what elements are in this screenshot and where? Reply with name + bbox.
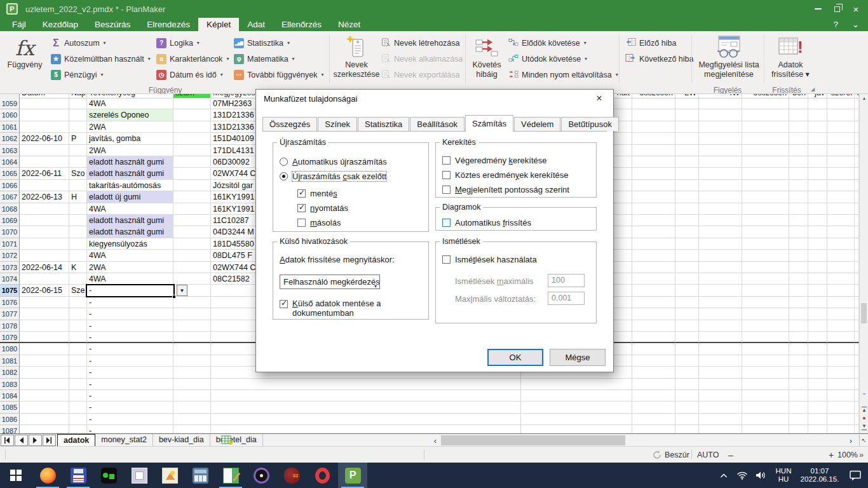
cell[interactable] — [699, 402, 742, 413]
cell[interactable] — [173, 414, 211, 425]
row-header-1075[interactable]: 1075 — [0, 285, 20, 296]
cell[interactable] — [173, 308, 211, 320]
cell[interactable] — [699, 320, 742, 332]
cell[interactable] — [632, 145, 675, 156]
cell[interactable] — [632, 180, 675, 191]
ribbon-item-utodok-kovetese[interactable]: Utódok követése▾ — [508, 52, 587, 65]
row-header-1069[interactable]: 1069 — [0, 215, 20, 226]
cell[interactable] — [827, 320, 855, 332]
row-header-1067[interactable]: 1067 — [0, 191, 20, 203]
cell[interactable] — [69, 250, 87, 261]
dialog-launcher-icon[interactable]: ◢ — [811, 86, 815, 92]
cell[interactable] — [742, 285, 789, 296]
cell[interactable] — [20, 390, 69, 402]
cell[interactable] — [20, 180, 69, 191]
row-header-1059[interactable]: 1059 — [0, 98, 20, 109]
cell[interactable] — [789, 168, 808, 179]
cell[interactable]: 2022-06-10 — [20, 133, 69, 144]
cell[interactable] — [742, 262, 789, 273]
scroll-up-icon[interactable]: ▴ — [860, 95, 868, 102]
cell[interactable] — [20, 402, 69, 413]
cell[interactable] — [69, 238, 87, 250]
cell[interactable] — [742, 98, 789, 109]
fill-handle[interactable] — [172, 295, 176, 299]
cell[interactable] — [808, 168, 827, 179]
cell[interactable] — [20, 425, 69, 433]
close-button[interactable]: × — [846, 0, 865, 18]
cell[interactable] — [742, 133, 789, 144]
cell[interactable] — [827, 250, 855, 261]
cell[interactable] — [789, 133, 808, 144]
cell[interactable] — [632, 238, 675, 250]
check-round-final[interactable]: Végeredmény kerekítése — [442, 156, 547, 165]
cell[interactable] — [69, 343, 87, 355]
cell[interactable] — [20, 320, 69, 332]
cell[interactable] — [808, 250, 827, 261]
cell[interactable]: P — [69, 133, 87, 144]
cell[interactable] — [632, 250, 675, 261]
cell[interactable] — [808, 320, 827, 332]
cell[interactable] — [173, 156, 211, 168]
cell[interactable] — [855, 226, 859, 238]
radio-recalc-only-before[interactable]: Újraszámítás csak ezelőtt — [280, 172, 386, 181]
check-use-iterations[interactable]: Ismétlések használata — [442, 255, 537, 264]
jump-previous-icon[interactable]: ▲ — [862, 407, 867, 414]
cell[interactable]: szerelés Oponeo — [87, 109, 173, 121]
cell[interactable] — [742, 425, 789, 433]
check-before-print[interactable]: nyomtatás — [297, 203, 348, 213]
cell[interactable] — [789, 367, 808, 378]
row-header-1080[interactable]: 1080 — [0, 343, 20, 355]
row-header-1072[interactable]: 1072 — [0, 250, 20, 261]
row-header-1061[interactable]: 1061 — [0, 121, 20, 133]
radio-automatic-recalc[interactable]: Automatikus újraszámítás — [280, 157, 387, 166]
ribbon-item-datum-es-ido[interactable]: ◷Dátum és idő▾ — [156, 68, 223, 81]
row-header-1063[interactable]: 1063 — [0, 145, 20, 156]
cell[interactable]: 2WA — [87, 145, 173, 156]
cell[interactable] — [699, 156, 742, 168]
ribbon-item-elodok-kovetese[interactable]: Elődök követése▾ — [508, 36, 587, 50]
cell[interactable] — [173, 191, 211, 203]
zoom-out-button[interactable]: – — [728, 447, 733, 463]
scroll-down-icon[interactable]: ⌄ — [860, 390, 868, 396]
cell[interactable] — [173, 262, 211, 273]
cell[interactable] — [20, 297, 69, 308]
cell[interactable] — [827, 425, 855, 433]
cell[interactable] — [173, 379, 211, 390]
cell[interactable] — [827, 168, 855, 179]
cell[interactable] — [69, 145, 87, 156]
ribbon-item-kovetkezo-hiba[interactable]: Következő hiba — [625, 52, 693, 65]
cell[interactable] — [699, 168, 742, 179]
cell[interactable] — [855, 250, 859, 261]
cell[interactable] — [742, 379, 789, 390]
cell[interactable] — [699, 414, 742, 425]
cell[interactable] — [632, 109, 675, 121]
cell[interactable] — [675, 133, 699, 144]
cell[interactable] — [699, 121, 742, 133]
cell[interactable] — [632, 320, 675, 332]
cell[interactable] — [69, 180, 87, 191]
check-round-displayed[interactable]: Megjelenített pontosság szerint — [442, 185, 569, 194]
cell[interactable] — [632, 332, 675, 343]
taskbar-save-tool-icon[interactable] — [64, 463, 93, 488]
cell[interactable]: eladott használt gumi — [87, 226, 173, 238]
menu-tab-beszuras[interactable]: Beszúrás — [86, 18, 139, 31]
cell[interactable] — [632, 379, 675, 390]
taskbar-notes-app-icon[interactable] — [216, 463, 245, 488]
cell[interactable] — [632, 390, 675, 402]
cell[interactable] — [69, 414, 87, 425]
previous-sheet-icon[interactable] — [15, 435, 28, 446]
cell[interactable] — [808, 203, 827, 215]
cell[interactable] — [699, 379, 742, 390]
cell[interactable] — [789, 215, 808, 226]
menu-tab-ellenorzes[interactable]: Ellenőrzés — [273, 18, 330, 31]
cell[interactable] — [789, 109, 808, 121]
cell[interactable] — [20, 98, 69, 109]
cell[interactable]: - — [87, 355, 173, 367]
cell[interactable] — [855, 273, 859, 285]
cell[interactable]: 4WA — [87, 203, 173, 215]
cancel-button[interactable]: Mégse — [550, 349, 606, 366]
minimize-button[interactable] — [808, 0, 827, 18]
cell[interactable] — [742, 308, 789, 320]
cell[interactable] — [173, 250, 211, 261]
cell[interactable] — [742, 121, 789, 133]
